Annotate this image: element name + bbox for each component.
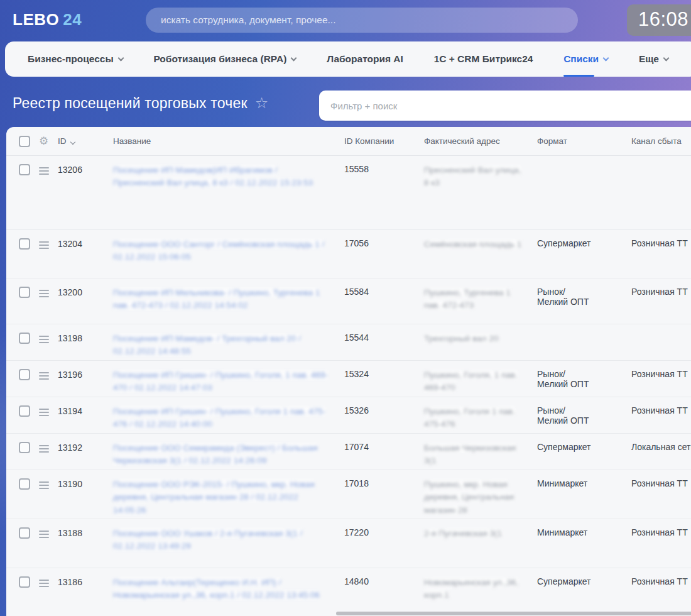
row-checkbox[interactable] (19, 442, 30, 453)
row-checkbox[interactable] (19, 333, 30, 344)
table-row: 13204 Посещение ООО Санторг / Семёновска… (6, 230, 691, 278)
row-company-id: 15544 (344, 333, 424, 343)
nav-item-ai-lab[interactable]: Лаборатория AI (327, 41, 403, 77)
row-channel: Розничная ТТ (631, 405, 691, 415)
nav-item-more[interactable]: Еще (639, 41, 668, 77)
row-id: 13192 (58, 442, 113, 453)
row-title-link[interactable]: Посещение ИП Мамедов- / Трехгорный вал 2… (113, 334, 301, 356)
favorite-star-icon[interactable]: ☆ (255, 94, 269, 112)
row-address: Пресненский Вал улица, 8 к3 (424, 165, 521, 187)
row-format: Минимаркет (537, 527, 631, 537)
clock: 16:08 (627, 4, 691, 36)
row-channel: Розничная ТТ (631, 287, 691, 297)
row-checkbox[interactable] (19, 527, 30, 539)
app-screen: LEBO24 16:08 Бизнес-процессы Роботизация… (0, 0, 691, 616)
logo[interactable]: LEBO24 (13, 10, 82, 30)
column-header-name[interactable]: Название (113, 136, 344, 146)
row-address: 2-я Пугачевская 3(1 (424, 529, 502, 538)
table-row: 13190 Посещение ООО РЭК-2015- / Пушкино,… (6, 470, 691, 519)
nav-item-label: 1С + CRM Битрикс24 (434, 53, 533, 65)
row-checkbox[interactable] (19, 238, 30, 250)
row-title-link[interactable]: Посещение ООО Санторг / Семёновская площ… (113, 239, 324, 261)
select-all-checkbox[interactable] (19, 136, 30, 147)
row-title-link[interactable]: Посещение Альтаир(Терещенко И.Н. ИП) / Н… (113, 578, 320, 600)
row-format: Минимаркет (537, 478, 631, 488)
table-row: 13206 Посещение ИП Мамедов(ИП Ибрагимов … (6, 156, 691, 230)
row-channel: Розничная ТТ (631, 478, 691, 488)
settings-gear-icon[interactable]: ⚙ (39, 136, 50, 146)
chevron-down-icon (291, 55, 297, 62)
column-header-channel[interactable]: Канал сбыта (631, 136, 691, 146)
row-address: Большая Черкизовская 3(1 (424, 443, 516, 465)
row-company-id: 17018 (344, 478, 424, 488)
row-menu-icon[interactable] (39, 478, 50, 489)
row-id: 13196 (58, 369, 113, 380)
row-title-link[interactable]: Посещение ООО РЭК-2015- / Пушкино, мкр. … (113, 480, 315, 515)
row-menu-icon[interactable] (39, 576, 50, 587)
logo-text: LEBO (13, 10, 59, 29)
row-menu-icon[interactable] (39, 442, 50, 453)
main-nav: Бизнес-процессы Роботизация бизнеса (RPA… (5, 41, 691, 77)
nav-item-label: Роботизация бизнеса (RPA) (153, 53, 286, 65)
logo-accent: 24 (63, 10, 82, 29)
row-address: Новомарьинская ул.,36, корп.1 (424, 578, 518, 600)
row-company-id: 15324 (344, 369, 424, 379)
row-id: 13194 (58, 405, 113, 416)
nav-item-1c-crm[interactable]: 1С + CRM Битрикс24 (434, 41, 533, 77)
table-row: 13188 Посещение ООО Ушаков / 2-я Пугачев… (6, 519, 691, 568)
row-company-id: 15584 (344, 287, 424, 297)
column-header-id[interactable]: ID (58, 136, 113, 146)
row-format: Супермаркет (537, 238, 631, 248)
row-title-link[interactable]: Посещение ИП Гришин- / Пушкино, Гоголя 1… (113, 407, 325, 429)
row-channel: Розничная ТТ (631, 527, 691, 537)
row-menu-icon[interactable] (39, 369, 50, 380)
row-channel: Розничная ТТ (631, 369, 691, 379)
row-id: 13190 (58, 478, 113, 489)
nav-item-label: Лаборатория AI (327, 53, 403, 65)
column-header-format[interactable]: Формат (537, 136, 631, 146)
row-menu-icon[interactable] (39, 405, 50, 416)
column-header-address[interactable]: Фактический адрес (424, 136, 537, 146)
row-title-link[interactable]: Посещение ООО Семирамида (Эверест) / Бол… (113, 443, 318, 465)
row-checkbox[interactable] (19, 369, 30, 380)
row-title-link[interactable]: Посещение ООО Ушаков / 2-я Пугачевская 3… (113, 529, 302, 551)
row-checkbox[interactable] (19, 405, 30, 417)
row-title-link[interactable]: Посещение ИП Мельникова- / Пушкино, Тург… (113, 288, 320, 310)
row-address: Трехгорный вал 20 (424, 334, 498, 343)
row-checkbox[interactable] (19, 576, 30, 588)
nav-item-lists[interactable]: Списки (563, 41, 608, 77)
row-channel: Розничная ТТ (631, 576, 691, 586)
nav-item-business-processes[interactable]: Бизнес-процессы (28, 41, 123, 77)
row-menu-icon[interactable] (39, 238, 50, 249)
row-menu-icon[interactable] (39, 287, 50, 297)
row-menu-icon[interactable] (39, 527, 50, 538)
global-search-input[interactable] (146, 14, 578, 26)
row-checkbox[interactable] (19, 164, 30, 175)
row-address: Пушкино, Гоголя, 1 пав. 469-470 (424, 370, 518, 392)
row-title-link[interactable]: Посещение ИП Мамедов(ИП Ибрагимов / Прес… (113, 165, 313, 187)
filter-search-input[interactable] (319, 101, 691, 111)
horizontal-scrollbar[interactable] (336, 612, 691, 615)
row-checkbox[interactable] (19, 287, 30, 298)
table-row: 13186 Посещение Альтаир(Терещенко И.Н. И… (6, 568, 691, 616)
row-id: 13204 (58, 238, 113, 249)
row-format: Рынок/ Мелкий ОПТ (537, 369, 631, 389)
row-format: Супермаркет (537, 442, 631, 452)
nav-item-rpa[interactable]: Роботизация бизнеса (RPA) (153, 41, 296, 77)
row-menu-icon[interactable] (39, 333, 50, 343)
nav-item-label: Бизнес-процессы (28, 53, 114, 65)
row-id: 13200 (58, 287, 113, 297)
row-title-link[interactable]: Посещение ИП Гришин- / Пушкино, Гоголя, … (113, 370, 328, 392)
row-company-id: 15558 (344, 164, 424, 174)
row-company-id: 15326 (344, 405, 424, 415)
chevron-down-icon (603, 55, 609, 62)
row-company-id: 14840 (344, 576, 424, 586)
visits-table: ⚙ ID Название ID Компании Фактический ад… (6, 127, 691, 616)
row-format: Супермаркет (537, 576, 631, 586)
row-menu-icon[interactable] (39, 164, 50, 175)
filter-search-box (319, 91, 691, 121)
global-search (146, 8, 578, 33)
column-header-company-id[interactable]: ID Компании (344, 136, 424, 146)
row-checkbox[interactable] (19, 478, 30, 490)
row-id: 13198 (58, 333, 113, 343)
